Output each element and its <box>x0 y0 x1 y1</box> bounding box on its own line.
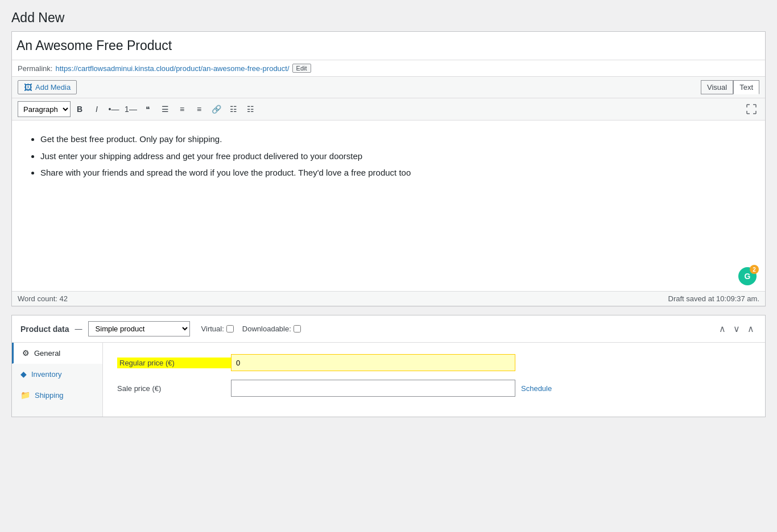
editor-toolbar-row: 🖼 Add Media Visual Text <box>12 77 765 98</box>
permalink-edit-button[interactable]: Edit <box>292 64 311 73</box>
collapse-arrow-button[interactable]: ∧ <box>745 322 757 335</box>
grammarly-letter: G <box>745 272 751 281</box>
inventory-icon: ◆ <box>20 369 27 379</box>
regular-price-row: Regular price (€) <box>117 354 751 371</box>
shipping-icon: 📁 <box>20 390 30 400</box>
format-toolbar: Paragraph B I •— 1— ❝ ☰ ≡ ≡ 🔗 ☷ ☷ <box>12 98 765 120</box>
sale-price-input[interactable] <box>231 380 515 397</box>
editor-footer: Word count: 42 Draft saved at 10:09:37 a… <box>12 291 765 306</box>
virtual-option[interactable]: Virtual: <box>201 325 234 333</box>
italic-button[interactable]: I <box>89 101 105 117</box>
product-tab-content: Regular price (€) Sale price (€) Schedul… <box>103 343 765 417</box>
regular-price-label: Regular price (€) <box>117 358 231 368</box>
editor-area-wrapper: Get the best free product. Only pay for … <box>12 120 765 291</box>
product-tabs: ⚙ General ◆ Inventory 📁 Shipping <box>12 343 103 417</box>
word-count: Word count: 42 <box>18 294 68 303</box>
permalink-label: Permalink: <box>18 64 52 73</box>
align-right-button[interactable]: ≡ <box>191 101 207 117</box>
add-media-icon: 🖼 <box>24 82 32 92</box>
add-media-button[interactable]: 🖼 Add Media <box>18 80 77 94</box>
align-center-button[interactable]: ≡ <box>174 101 190 117</box>
expand-button[interactable] <box>743 101 759 117</box>
permalink-url[interactable]: https://cartflowsadminui.kinsta.cloud/pr… <box>55 64 289 73</box>
downloadable-checkbox[interactable] <box>294 325 301 332</box>
schedule-link[interactable]: Schedule <box>521 384 552 393</box>
grid-button[interactable]: ☷ <box>242 101 258 117</box>
tab-inventory-label: Inventory <box>31 370 61 379</box>
tab-text[interactable]: Text <box>733 80 759 94</box>
regular-price-input[interactable] <box>231 354 515 371</box>
unordered-list-button[interactable]: •— <box>106 101 122 117</box>
tab-general[interactable]: ⚙ General <box>12 343 102 364</box>
virtual-checkbox[interactable] <box>226 325 234 332</box>
downloadable-option[interactable]: Downloadable: <box>242 325 301 333</box>
blockquote-button[interactable]: ❝ <box>140 101 156 117</box>
bullet-3: Share with your friends and spread the w… <box>40 165 751 180</box>
product-options: Virtual: Downloadable: <box>201 325 301 333</box>
product-title-input[interactable] <box>12 32 765 60</box>
bullet-2: Just enter your shipping address and get… <box>40 149 751 164</box>
editor-container: Permalink: https://cartflowsadminui.kins… <box>11 31 766 306</box>
editor-content[interactable]: Get the best free product. Only pay for … <box>12 120 765 291</box>
paragraph-select[interactable]: Paragraph <box>18 101 71 117</box>
page-title: Add New <box>11 10 64 26</box>
product-data-body: ⚙ General ◆ Inventory 📁 Shipping Regular… <box>12 343 765 417</box>
product-data-header: Product data — Simple product Variable p… <box>12 315 765 343</box>
product-data-section: Product data — Simple product Variable p… <box>11 315 766 417</box>
link-button[interactable]: 🔗 <box>208 101 224 117</box>
tab-shipping[interactable]: 📁 Shipping <box>12 385 102 406</box>
general-icon: ⚙ <box>22 348 30 358</box>
sale-price-row: Sale price (€) Schedule <box>117 380 751 397</box>
permalink-bar: Permalink: https://cartflowsadminui.kins… <box>12 60 765 77</box>
align-left-button[interactable]: ☰ <box>157 101 173 117</box>
tab-general-label: General <box>34 349 60 358</box>
grammarly-count: 2 <box>750 265 759 274</box>
bold-button[interactable]: B <box>72 101 88 117</box>
product-data-title: Product data <box>20 325 69 334</box>
collapse-up-button[interactable]: ∧ <box>717 322 728 335</box>
bullet-1: Get the best free product. Only pay for … <box>40 132 751 147</box>
collapse-down-button[interactable]: ∨ <box>731 322 742 335</box>
tab-inventory[interactable]: ◆ Inventory <box>12 364 102 385</box>
ordered-list-button[interactable]: 1— <box>123 101 139 117</box>
table-button[interactable]: ☷ <box>225 101 241 117</box>
draft-saved: Draft saved at 10:09:37 am. <box>668 294 759 303</box>
header-controls: ∧ ∨ ∧ <box>717 322 757 335</box>
tab-shipping-label: Shipping <box>35 391 64 400</box>
sale-price-label: Sale price (€) <box>117 384 231 393</box>
view-tabs: Visual Text <box>701 80 759 94</box>
grammarly-badge[interactable]: G 2 <box>738 267 757 285</box>
product-data-separator: — <box>75 325 82 333</box>
tab-visual[interactable]: Visual <box>701 80 733 94</box>
product-type-select[interactable]: Simple product Variable product Grouped … <box>88 321 190 336</box>
